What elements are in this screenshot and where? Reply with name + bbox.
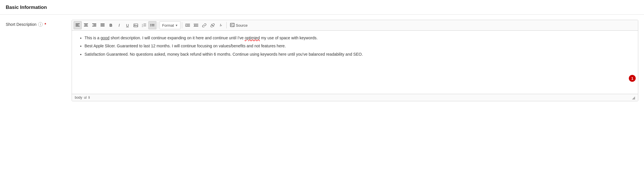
info-icon[interactable]: i (38, 22, 43, 27)
svg-marker-29 (194, 25, 195, 26)
image-button[interactable] (132, 21, 140, 29)
svg-text:2.: 2. (142, 25, 144, 27)
svg-rect-1 (76, 25, 78, 25)
svg-rect-8 (92, 26, 96, 26)
svg-rect-3 (84, 24, 88, 24)
svg-rect-5 (84, 26, 88, 26)
svg-rect-9 (101, 24, 105, 24)
underline-button[interactable]: U (123, 21, 131, 29)
toolbar-separator-2 (182, 22, 182, 28)
underlined-word: good (101, 36, 109, 40)
page-wrapper: Basic Information Short Description i * (0, 0, 644, 175)
list-item-1: This is a good short description. I will… (85, 35, 632, 41)
svg-line-30 (211, 24, 214, 27)
svg-rect-23 (186, 25, 190, 26)
footer-path-li[interactable]: li (88, 96, 90, 100)
error-badge: 1 (629, 75, 636, 82)
svg-rect-24 (185, 26, 190, 27)
svg-point-20 (150, 25, 151, 26)
svg-rect-31 (230, 23, 234, 27)
svg-marker-25 (185, 25, 186, 26)
source-label: Source (236, 23, 248, 28)
toolbar: B I U 1. 2. (72, 20, 638, 31)
align-right-button[interactable] (90, 21, 98, 29)
link-button[interactable] (200, 21, 208, 29)
clear-format-button[interactable]: Ix (217, 21, 225, 29)
content-list: This is a good short description. I will… (78, 35, 632, 57)
svg-point-18 (150, 24, 151, 25)
footer-path-body[interactable]: body (75, 96, 82, 100)
field-label: Short Description (6, 22, 36, 27)
svg-rect-6 (92, 24, 96, 24)
section-title: Basic Information (6, 5, 47, 10)
source-icon (230, 23, 235, 28)
list-item-3: Satisfaction Guaranteed. No questions as… (85, 51, 632, 57)
svg-rect-2 (76, 26, 80, 26)
unlink-button[interactable] (209, 21, 217, 29)
svg-rect-0 (76, 24, 80, 24)
italic-button[interactable]: I (115, 21, 123, 29)
svg-rect-10 (101, 25, 105, 25)
align-left-button[interactable] (74, 21, 82, 29)
svg-rect-27 (195, 25, 198, 26)
editor-container: B I U 1. 2. (72, 20, 638, 101)
toolbar-separator-1 (158, 22, 158, 28)
form-row: Short Description i * (0, 15, 644, 106)
footer-path: body ul li (75, 96, 90, 100)
ordered-list-button[interactable]: 1. 2. (140, 21, 148, 29)
field-label-wrap: Short Description i * (6, 20, 66, 27)
editor-wrapper: This is a good short description. I will… (72, 31, 638, 94)
svg-rect-15 (144, 24, 146, 24)
svg-rect-12 (134, 24, 138, 27)
align-center-button[interactable] (82, 21, 90, 29)
align-justify-button[interactable] (99, 21, 107, 29)
svg-rect-7 (93, 25, 96, 25)
list-item-2: Best Apple Slicer. Guaranteed to last 12… (85, 43, 632, 49)
svg-rect-26 (194, 24, 198, 24)
format-dropdown-arrow: ▼ (175, 24, 178, 27)
svg-rect-22 (185, 24, 190, 24)
unordered-list-button[interactable] (148, 21, 156, 29)
format-label: Format (162, 23, 174, 28)
editor-body[interactable]: This is a good short description. I will… (72, 31, 638, 94)
section-header: Basic Information (0, 0, 644, 15)
spellcheck-error-word: optimied (245, 36, 260, 40)
required-star: * (44, 22, 46, 27)
bold-button[interactable]: B (107, 21, 115, 29)
svg-rect-11 (101, 26, 105, 26)
editor-footer: body ul li ◢ (72, 94, 638, 101)
footer-path-ul[interactable]: ul (84, 96, 87, 100)
svg-rect-28 (194, 26, 198, 27)
source-button[interactable]: Source (228, 21, 250, 29)
indent-decrease-button[interactable] (192, 21, 200, 29)
svg-rect-17 (144, 26, 146, 26)
toolbar-separator-3 (226, 22, 227, 28)
indent-increase-button[interactable] (184, 21, 192, 29)
svg-rect-21 (152, 26, 154, 26)
svg-rect-19 (152, 24, 154, 25)
svg-rect-4 (85, 25, 87, 25)
resize-handle[interactable]: ◢ (632, 95, 635, 100)
format-dropdown[interactable]: Format ▼ (160, 21, 180, 29)
